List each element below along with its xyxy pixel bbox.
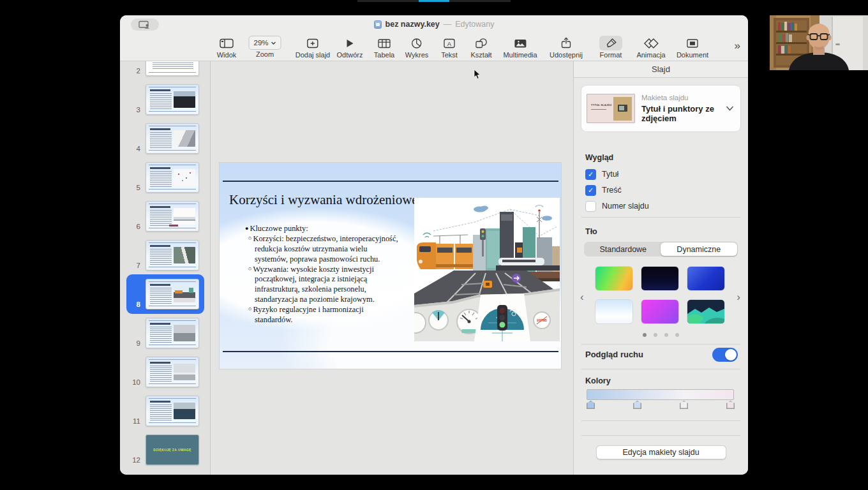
slide-body-text[interactable]: Kluczowe punkty: Korzyści: bezpieczeństw… <box>241 224 400 325</box>
checkbox-slide-number[interactable]: Numer slajdu <box>585 200 649 212</box>
share-icon <box>559 37 573 49</box>
slide-number: 10 <box>124 378 140 386</box>
toolbar-text-button[interactable]: A Tekst <box>437 36 461 59</box>
slide-thumbnail-12[interactable]: DZIĘKUJĘ ZA UWAGĘ <box>146 434 199 465</box>
bullet-item: Ryzyko regulacyjne i harmonizacji standa… <box>241 305 400 325</box>
edit-status: Edytowany <box>455 20 494 29</box>
slide-canvas[interactable]: Korzyści i wyzwania wdrożeniowe Kluczowe… <box>211 61 573 475</box>
checkbox-checked-icon: ✓ <box>585 185 596 196</box>
toolbar-add-slide-button[interactable]: Dodaj slajd <box>296 36 330 59</box>
mountains-graphic <box>687 300 724 323</box>
toolbar-shape-button[interactable]: Kształt <box>469 36 493 59</box>
background-swatch-blue[interactable] <box>687 267 724 290</box>
toolbar-table-button[interactable]: Tabela <box>372 36 396 59</box>
sidebar-view-icon <box>220 38 234 49</box>
colors-heading: Kolory <box>585 376 611 385</box>
current-slide[interactable]: Korzyści i wyzwania wdrożeniowe Kluczowe… <box>220 163 561 369</box>
slide-thumbnail-6[interactable] <box>146 201 199 232</box>
slide-image-railway-illustration[interactable]: ERTMS <box>414 198 560 341</box>
page-dot[interactable] <box>643 333 647 337</box>
chevron-down-icon[interactable] <box>726 106 734 111</box>
slide-number: 2 <box>124 67 140 75</box>
slide-thumbnail-3[interactable] <box>146 84 199 115</box>
background-swatch-dark-navy[interactable] <box>641 267 678 290</box>
toolbar-document-button[interactable]: Dokument <box>677 36 708 59</box>
slide-thumbnail-11[interactable] <box>146 396 199 426</box>
toolbar-view-button[interactable]: Widok <box>214 36 239 59</box>
chevron-down-icon <box>271 41 276 45</box>
swatches-next-arrow[interactable]: › <box>737 291 740 304</box>
toolbar-media-button[interactable]: Multimedia <box>503 36 537 59</box>
window-title: bez nazwy.key — Edytowany <box>120 15 748 33</box>
divider <box>581 217 740 218</box>
animate-diamonds-icon <box>643 38 659 49</box>
gradient-stop-handle-3[interactable] <box>680 401 688 409</box>
master-thumbnail: TYTUŁ SLAJDU <box>587 94 635 123</box>
slide-title[interactable]: Korzyści i wyzwania wdrożeniowe <box>229 192 418 208</box>
slide-number: 7 <box>124 262 140 269</box>
gradient-stop-handle-1[interactable] <box>587 401 595 409</box>
window-main: 2 3 4 5 6 <box>120 61 748 475</box>
divider <box>581 420 740 421</box>
toggle-knob <box>725 349 737 360</box>
motion-preview-label: Podgląd ruchu <box>585 350 643 359</box>
slide-thumbnail-9[interactable] <box>146 318 199 348</box>
inspector-tab-slide[interactable]: Slajd <box>574 61 748 78</box>
gradient-stop-handle-2[interactable] <box>633 401 641 409</box>
page-dot[interactable] <box>675 333 679 337</box>
segment-dynamic[interactable]: Dynamiczne <box>661 242 738 256</box>
slide-number: 9 <box>124 339 140 347</box>
colors-gradient-bar[interactable] <box>587 389 734 400</box>
format-inspector: Slajd TYTUŁ SLAJDU Makieta slajdu Tytuł … <box>573 61 748 475</box>
pie-chart-icon <box>410 38 423 49</box>
slide-thumbnail-8[interactable] <box>146 279 199 309</box>
page-dot[interactable] <box>664 333 668 337</box>
slide-thumbnail-5[interactable] <box>146 162 199 193</box>
checkbox-title[interactable]: ✓ Tytuł <box>585 168 618 180</box>
toolbar-animate-button[interactable]: Animacja <box>636 36 665 59</box>
background-swatch-light-sky[interactable] <box>595 300 632 323</box>
recording-progress-fill <box>419 0 449 2</box>
slide-number-selected: 8 <box>124 301 140 308</box>
railway-illustration-graphic: ERTMS <box>414 198 560 341</box>
toolbar-format-button[interactable]: Format <box>599 36 622 59</box>
swatches-prev-arrow[interactable]: ‹ <box>580 291 584 304</box>
slide-number: 4 <box>124 145 140 152</box>
slide-bottom-rule <box>223 351 558 352</box>
slide-thumbnail-10[interactable] <box>146 357 199 387</box>
toolbar-play-button[interactable]: Odtwórz <box>337 36 363 59</box>
slide-thumbnail-4[interactable] <box>146 123 199 154</box>
master-thumb-line <box>591 109 606 110</box>
checkbox-body[interactable]: ✓ Treść <box>585 184 622 196</box>
slide-number: 5 <box>124 184 140 191</box>
toolbar-chart-button[interactable]: Wykres <box>405 36 429 59</box>
slide-navigator: 2 3 4 5 6 <box>120 61 211 475</box>
background-swatch-magenta-gradient[interactable] <box>641 300 678 323</box>
background-swatch-green-gradient[interactable] <box>595 267 632 290</box>
background-heading: Tło <box>585 227 597 236</box>
webcam-video <box>770 15 868 70</box>
slide-master-card[interactable]: TYTUŁ SLAJDU Makieta slajdu Tytuł i punk… <box>581 85 740 131</box>
motion-preview-toggle[interactable] <box>712 348 738 362</box>
page-dot[interactable] <box>654 333 657 337</box>
master-name: Tytuł i punktory ze zdjęciem <box>641 104 723 124</box>
svg-text:A: A <box>447 40 452 47</box>
slide-number: 3 <box>124 106 140 114</box>
toolbar-share-button[interactable]: Udostępnij <box>550 36 583 59</box>
swatch-page-dots[interactable] <box>574 333 748 337</box>
toolbar-overflow-button[interactable]: » <box>735 40 740 52</box>
background-swatch-teal-mountains[interactable] <box>687 300 724 323</box>
slide-number: 12 <box>124 456 140 464</box>
title-separator: — <box>444 20 452 29</box>
edit-slide-master-button[interactable]: Edycja makiety slajdu <box>596 445 726 459</box>
toolbar-zoom-dropdown[interactable]: 29% Zoom <box>248 36 281 58</box>
checkbox-unchecked-icon <box>585 201 596 212</box>
table-icon <box>377 38 391 49</box>
toolbar: Widok 29% Zoom Dodaj slajd Odtwórz <box>120 33 748 61</box>
mouse-cursor <box>474 70 481 80</box>
slide-thumbnail-2[interactable] <box>146 61 199 76</box>
slide-thumbnail-7[interactable] <box>146 240 199 271</box>
segment-standard[interactable]: Standardowe <box>585 242 662 256</box>
text-box-icon: A <box>442 38 456 49</box>
gradient-stop-handle-4[interactable] <box>726 401 735 409</box>
